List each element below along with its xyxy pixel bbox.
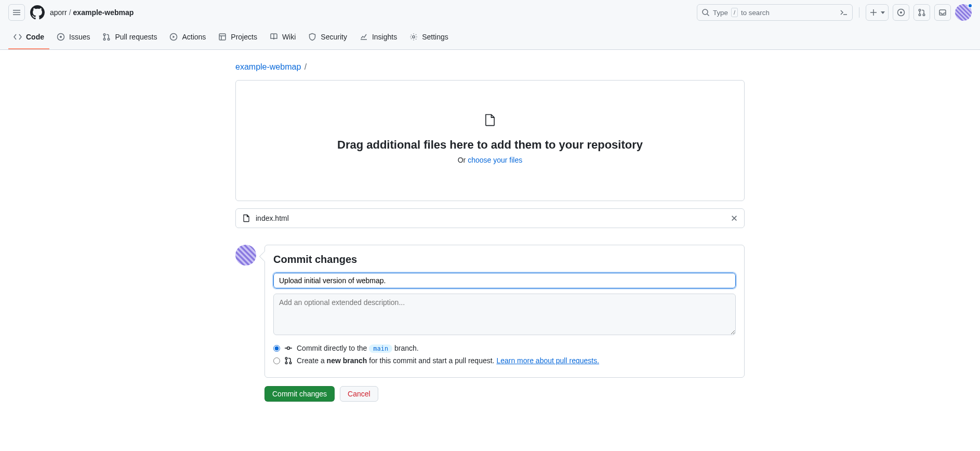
inbox-icon	[938, 8, 947, 17]
file-icon	[242, 214, 250, 222]
repo-nav: Code Issues Pull requests Actions Projec…	[0, 25, 980, 50]
svg-point-9	[104, 38, 106, 40]
file-path-breadcrumb: example-webmap /	[235, 62, 745, 72]
commit-section: Commit changes Commit directly to the ma…	[235, 245, 745, 378]
issues-button[interactable]	[893, 4, 909, 21]
path-repo-link[interactable]: example-webmap	[235, 62, 301, 71]
tab-insights[interactable]: Insights	[354, 25, 402, 49]
git-pull-request-icon	[918, 8, 926, 17]
commit-heading: Commit changes	[273, 254, 736, 266]
tab-label: Projects	[231, 33, 257, 41]
svg-point-17	[289, 362, 292, 364]
tab-security[interactable]: Security	[303, 25, 352, 49]
svg-point-14	[287, 347, 290, 350]
tab-wiki[interactable]: Wiki	[264, 25, 301, 49]
svg-point-3	[919, 9, 921, 11]
github-logo[interactable]	[29, 4, 46, 21]
search-slash-key: /	[731, 8, 738, 17]
svg-point-0	[703, 9, 708, 15]
tab-label: Pull requests	[115, 33, 157, 41]
plus-icon	[869, 8, 878, 17]
commit-direct-option[interactable]: Commit directly to the main branch.	[273, 344, 736, 352]
svg-point-2	[900, 11, 902, 14]
github-mark-icon	[30, 5, 45, 20]
search-placeholder-suffix: to search	[741, 9, 770, 17]
svg-point-13	[413, 35, 415, 37]
command-palette-icon	[840, 8, 848, 17]
tab-actions[interactable]: Actions	[164, 25, 211, 49]
dropzone-or-text: Or	[458, 156, 468, 164]
svg-point-5	[923, 14, 925, 16]
commit-description-textarea[interactable]	[273, 294, 736, 335]
commit-branch-text: Create a	[297, 356, 327, 365]
learn-pr-link[interactable]: Learn more about pull requests.	[496, 356, 599, 365]
tab-pull-requests[interactable]: Pull requests	[97, 25, 162, 49]
commit-direct-radio[interactable]	[273, 345, 280, 352]
tab-issues[interactable]: Issues	[51, 25, 95, 49]
search-placeholder-prefix: Type	[713, 9, 728, 17]
tab-label: Code	[26, 33, 44, 41]
git-pull-request-icon	[284, 356, 293, 365]
tab-settings[interactable]: Settings	[404, 25, 454, 49]
commit-form: Commit changes Commit directly to the ma…	[264, 245, 745, 378]
remove-file-button[interactable]	[731, 215, 738, 222]
uploaded-file-row: index.html	[235, 208, 745, 228]
dropzone-subtitle: Or choose your files	[246, 156, 734, 164]
dropzone-title: Drag additional files here to add them t…	[246, 138, 734, 152]
uploaded-file-name: index.html	[256, 214, 289, 222]
breadcrumb-repo[interactable]: example-webmap	[73, 8, 134, 17]
tab-label: Wiki	[282, 33, 296, 41]
tab-label: Issues	[69, 33, 90, 41]
hamburger-icon	[12, 8, 21, 17]
tab-projects[interactable]: Projects	[213, 25, 262, 49]
svg-point-10	[108, 38, 110, 40]
hamburger-menu-button[interactable]	[8, 4, 25, 21]
user-avatar-small	[235, 245, 256, 266]
svg-rect-12	[219, 34, 226, 40]
tab-label: Settings	[422, 33, 448, 41]
svg-point-15	[285, 357, 287, 360]
issue-opened-icon	[897, 8, 905, 17]
commit-direct-suffix: branch.	[392, 344, 419, 352]
tab-label: Security	[321, 33, 347, 41]
user-avatar[interactable]	[955, 4, 972, 21]
svg-point-16	[285, 362, 287, 364]
create-new-button[interactable]	[866, 4, 889, 21]
commit-changes-button[interactable]: Commit changes	[264, 386, 335, 402]
git-commit-icon	[284, 344, 293, 352]
tab-label: Insights	[372, 33, 397, 41]
branch-badge: main	[369, 344, 392, 353]
divider	[859, 7, 859, 18]
search-icon	[701, 8, 710, 17]
close-icon	[731, 215, 738, 222]
svg-point-7	[60, 36, 62, 38]
commit-branch-bold: new branch	[327, 356, 367, 365]
commit-branch-suffix: for this commit and start a pull request…	[367, 356, 496, 365]
breadcrumb-separator: /	[69, 8, 71, 17]
commit-branch-option[interactable]: Create a new branch for this commit and …	[273, 356, 736, 365]
commit-summary-input[interactable]	[273, 273, 736, 288]
main-content: example-webmap / Drag additional files h…	[227, 50, 753, 422]
breadcrumb-owner[interactable]: aporr	[50, 8, 67, 17]
file-dropzone[interactable]: Drag additional files here to add them t…	[235, 80, 745, 201]
commit-actions: Commit changes Cancel	[264, 386, 745, 402]
global-search[interactable]: Type / to search	[697, 4, 853, 21]
commit-branch-radio[interactable]	[273, 357, 280, 364]
notifications-button[interactable]	[934, 4, 951, 21]
file-icon	[483, 112, 497, 128]
top-header: aporr / example-webmap Type / to search	[0, 0, 980, 25]
pull-requests-button[interactable]	[913, 4, 930, 21]
path-separator: /	[304, 62, 307, 71]
notification-dot-icon	[968, 3, 973, 8]
tab-code[interactable]: Code	[8, 25, 49, 49]
choose-files-link[interactable]: choose your files	[468, 156, 522, 164]
tab-label: Actions	[182, 33, 206, 41]
cancel-button[interactable]: Cancel	[340, 386, 378, 402]
repo-breadcrumb: aporr / example-webmap	[50, 8, 134, 17]
commit-direct-text: Commit directly to the	[297, 344, 369, 352]
svg-point-4	[919, 14, 921, 16]
caret-down-icon	[881, 10, 885, 15]
svg-point-8	[104, 33, 106, 35]
